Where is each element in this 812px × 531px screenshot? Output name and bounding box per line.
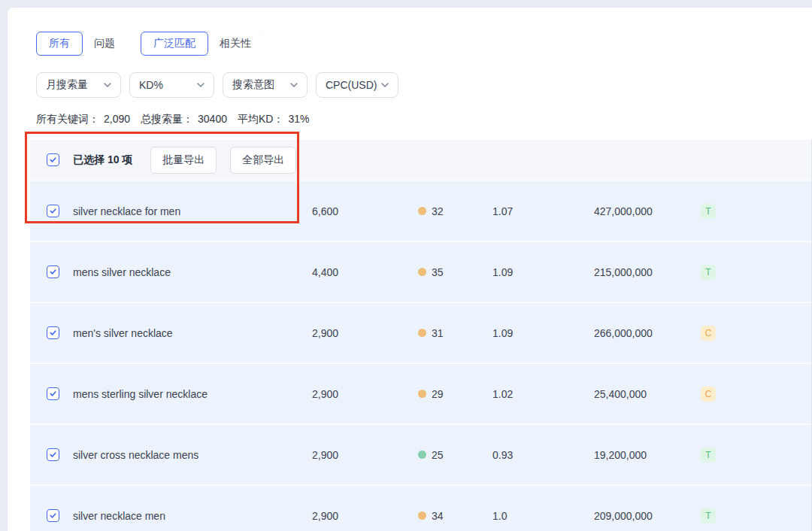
volume-cell: 2,900 xyxy=(312,449,402,461)
stat-all-keywords-value: 2,090 xyxy=(104,113,130,126)
chevron-down-icon xyxy=(290,83,298,87)
kd-dot-icon xyxy=(418,268,426,276)
results-cell: 427,000,000 xyxy=(594,205,684,217)
intent-badge: C xyxy=(701,387,716,402)
keyword-link[interactable]: mens sterling silver necklace xyxy=(73,388,298,400)
filter-cpc-label: CPC(USD) xyxy=(326,79,377,91)
summary-stats: 所有关键词： 2,090 总搜索量： 30400 平均KD： 31% xyxy=(36,113,812,126)
stat-all-keywords-label: 所有关键词： xyxy=(36,113,99,126)
tab-broad-match[interactable]: 广泛匹配 xyxy=(141,32,208,56)
cpc-cell: 1.0 xyxy=(492,510,579,522)
kd-dot-icon xyxy=(418,511,426,520)
intent-badge: T xyxy=(701,508,716,523)
export-all-button[interactable]: 全部导出 xyxy=(230,147,296,174)
tab-group-match: 广泛匹配 相关性 xyxy=(141,32,264,56)
table-row: men's silver necklace 2,900 31 1.09 266,… xyxy=(30,302,812,363)
kd-dot-icon xyxy=(418,390,426,398)
kd-dot-icon xyxy=(418,329,426,337)
row-checkbox[interactable] xyxy=(47,205,59,217)
kd-value: 34 xyxy=(432,510,444,522)
volume-cell: 2,900 xyxy=(312,510,402,522)
table-row: silver cross necklace mens 2,900 25 0.93… xyxy=(30,423,812,484)
row-checkbox[interactable] xyxy=(47,266,59,278)
filter-cpc[interactable]: CPC(USD) xyxy=(316,72,398,98)
tab-questions[interactable]: 问题 xyxy=(81,32,128,56)
batch-export-button[interactable]: 批量导出 xyxy=(150,147,217,174)
kd-cell: 29 xyxy=(418,388,478,400)
volume-cell: 2,900 xyxy=(312,327,402,339)
filter-monthly-volume[interactable]: 月搜索量 xyxy=(36,72,121,98)
kd-cell: 34 xyxy=(418,510,478,522)
row-checkbox[interactable] xyxy=(47,387,59,400)
stat-avg-kd-label: 平均KD： xyxy=(238,113,283,126)
cpc-cell: 1.09 xyxy=(492,327,579,339)
keywords-table: 已选择 10 项 批量导出 全部导出 silver necklace for m… xyxy=(30,140,812,531)
main-panel: 所有 问题 广泛匹配 相关性 月搜索量 KD% 搜索意图 CPC(USD) 所有… xyxy=(7,7,812,531)
keyword-link[interactable]: mens silver necklace xyxy=(73,266,298,278)
keyword-link[interactable]: silver cross necklace mens xyxy=(73,449,298,461)
tab-all[interactable]: 所有 xyxy=(36,32,83,56)
keyword-link[interactable]: men's silver necklace xyxy=(73,327,298,339)
volume-cell: 2,900 xyxy=(312,388,402,400)
filters-row: 月搜索量 KD% 搜索意图 CPC(USD) xyxy=(36,72,812,98)
kd-value: 32 xyxy=(432,205,444,217)
stat-total-volume-value: 30400 xyxy=(198,113,227,126)
kd-cell: 32 xyxy=(418,205,478,217)
row-checkbox[interactable] xyxy=(47,448,59,461)
match-type-tabs: 所有 问题 广泛匹配 相关性 xyxy=(36,32,812,56)
keyword-link[interactable]: silver necklace for men xyxy=(73,205,298,217)
table-row: mens sterling silver necklace 2,900 29 1… xyxy=(30,363,812,423)
select-all-checkbox[interactable] xyxy=(47,153,59,166)
stat-total-volume-label: 总搜索量： xyxy=(141,113,193,126)
tab-group-all-questions: 所有 问题 xyxy=(36,32,128,56)
stat-total-volume: 总搜索量： 30400 xyxy=(141,113,227,126)
results-cell: 215,000,000 xyxy=(594,266,684,278)
filter-kd[interactable]: KD% xyxy=(129,72,214,98)
stat-avg-kd: 平均KD： 31% xyxy=(238,113,309,126)
selection-bar: 已选择 10 项 批量导出 全部导出 xyxy=(30,140,812,180)
cpc-cell: 1.07 xyxy=(492,205,579,217)
results-cell: 209,000,000 xyxy=(594,510,684,522)
results-cell: 19,200,000 xyxy=(594,449,684,461)
kd-dot-icon xyxy=(418,451,426,459)
cpc-cell: 1.09 xyxy=(492,266,579,278)
kd-value: 31 xyxy=(432,327,444,339)
results-cell: 25,400,000 xyxy=(594,388,684,400)
volume-cell: 4,400 xyxy=(312,266,402,278)
intent-badge: T xyxy=(701,265,716,280)
table-row: silver necklace for men 6,600 32 1.07 42… xyxy=(30,180,812,241)
filter-search-intent-label: 搜索意图 xyxy=(232,78,274,92)
kd-value: 25 xyxy=(432,449,444,461)
tab-related[interactable]: 相关性 xyxy=(207,32,264,56)
kd-value: 29 xyxy=(432,388,444,400)
results-cell: 266,000,000 xyxy=(594,327,684,339)
row-checkbox[interactable] xyxy=(47,326,59,339)
volume-cell: 6,600 xyxy=(312,205,402,217)
selected-count-text: 已选择 10 项 xyxy=(73,153,132,167)
kd-cell: 25 xyxy=(418,449,478,461)
kd-cell: 31 xyxy=(418,327,478,339)
filter-search-intent[interactable]: 搜索意图 xyxy=(223,72,308,98)
row-checkbox[interactable] xyxy=(47,509,59,522)
intent-badge: C xyxy=(701,326,716,341)
chevron-down-icon xyxy=(381,83,389,87)
intent-badge: T xyxy=(701,204,716,219)
filter-monthly-volume-label: 月搜索量 xyxy=(46,78,88,92)
keyword-research-page: { "tabs": { "group1": [ { "label": "所有",… xyxy=(0,0,812,531)
table-row: mens silver necklace 4,400 35 1.09 215,0… xyxy=(30,241,812,302)
table-row: silver necklace men 2,900 34 1.0 209,000… xyxy=(30,484,812,531)
kd-value: 35 xyxy=(432,266,444,278)
stat-avg-kd-value: 31% xyxy=(288,113,309,126)
cpc-cell: 1.02 xyxy=(492,388,579,400)
filter-kd-label: KD% xyxy=(139,79,163,91)
chevron-down-icon xyxy=(197,83,205,87)
kd-dot-icon xyxy=(418,207,426,215)
cpc-cell: 0.93 xyxy=(492,449,579,461)
kd-cell: 35 xyxy=(418,266,478,278)
chevron-down-icon xyxy=(104,83,111,87)
intent-badge: T xyxy=(701,448,716,463)
keyword-link[interactable]: silver necklace men xyxy=(73,510,298,522)
stat-all-keywords: 所有关键词： 2,090 xyxy=(36,113,130,126)
